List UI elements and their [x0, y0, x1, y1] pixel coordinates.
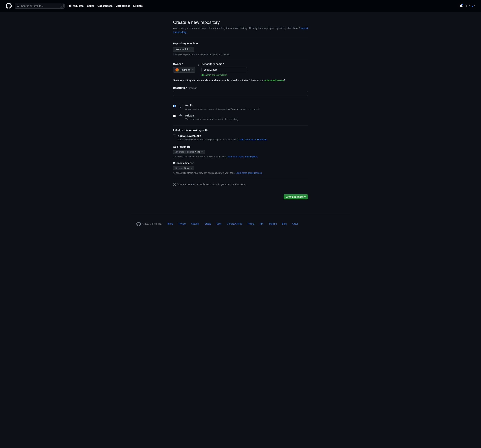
page-title: Create a new repository [173, 19, 308, 26]
footer-link-terms[interactable]: Terms [167, 222, 173, 225]
search-icon [17, 4, 20, 7]
plus-icon [465, 4, 468, 7]
repo-name-input[interactable] [202, 67, 247, 72]
license-hint: A license tells others what they can and… [173, 171, 308, 175]
owner-select[interactable]: Emilsone [173, 67, 195, 73]
github-logo-link[interactable] [6, 3, 12, 9]
license-select[interactable]: License: None [173, 166, 194, 170]
visibility-public-row: Public Anyone on the internet can see th… [173, 102, 308, 112]
caret-down-icon [201, 152, 203, 152]
gitignore-label: Add .gitignore [173, 145, 308, 149]
avatar-status-dot [472, 5, 473, 7]
visibility-public-radio[interactable] [173, 105, 176, 107]
user-menu-button[interactable] [473, 6, 475, 6]
readme-title: Add a README file [178, 134, 268, 138]
template-hint: Start your repository with a template re… [173, 53, 308, 56]
template-field: Repository template No template Start yo… [173, 42, 308, 56]
visibility-private-desc: You choose who can see and commit to thi… [185, 118, 239, 121]
main-content: Create a new repository A repository con… [170, 19, 311, 199]
readme-desc: This is where you can write a long descr… [178, 138, 268, 141]
nav-pull-requests[interactable]: Pull requests [68, 4, 83, 8]
nav-marketplace[interactable]: Marketplace [115, 4, 130, 8]
footer-link-security[interactable]: Security [191, 222, 199, 225]
slash-separator: / [198, 63, 199, 69]
visibility-public-body: Public Anyone on the internet can see th… [185, 104, 260, 111]
owner-label: Owner * [173, 62, 195, 66]
license-label: Choose a license [173, 161, 308, 165]
gitignore-hint: Choose which files not to track from a l… [173, 155, 308, 158]
footer-link-api[interactable]: API [260, 222, 263, 225]
repo-name-field: Repository name * coderz-app is availabl… [202, 62, 247, 77]
caret-down-icon [474, 6, 475, 6]
license-learn-link[interactable]: Learn more about licenses. [236, 172, 263, 174]
initialize-heading: Initialize this repository with: [173, 128, 308, 132]
github-logo-icon [6, 3, 12, 9]
visibility-private-title: Private [185, 114, 239, 118]
main-nav: Pull requests Issues Codespaces Marketpl… [68, 4, 143, 8]
visibility-private-row: Private You choose who can see and commi… [173, 112, 308, 122]
owner-name-row: Owner * Emilsone / Repository name * cod… [173, 62, 308, 77]
template-select[interactable]: No template [173, 46, 194, 52]
visibility-private-body: Private You choose who can see and commi… [185, 114, 239, 121]
github-logo-icon [136, 222, 141, 226]
nav-explore[interactable]: Explore [133, 4, 143, 8]
info-banner: You are creating a public repository in … [173, 181, 308, 188]
footer-link-contact[interactable]: Contact GitHub [227, 222, 242, 225]
readme-learn-link[interactable]: Learn more about READMEs. [239, 138, 268, 141]
readme-checkbox[interactable] [173, 134, 176, 137]
check-circle-icon [202, 74, 204, 76]
caret-down-icon [190, 49, 192, 50]
footer-link-privacy[interactable]: Privacy [179, 222, 186, 225]
caret-down-icon [469, 6, 470, 6]
create-repository-button[interactable]: Create repository [284, 194, 308, 199]
footer-link-docs[interactable]: Docs [217, 222, 221, 225]
notifications-button[interactable] [460, 4, 463, 7]
gitignore-select[interactable]: .gitignore template: None [173, 150, 205, 154]
gitignore-learn-link[interactable]: Learn more about ignoring files. [227, 155, 258, 158]
suggested-name-link[interactable]: animated-meme [264, 79, 284, 82]
initialize-section: Initialize this repository with: Add a R… [173, 128, 308, 142]
search-bar[interactable]: / [15, 3, 65, 9]
license-field: Choose a license License: None A license… [173, 161, 308, 175]
footer-link-status[interactable]: Status [205, 222, 211, 225]
footer-link-training[interactable]: Training [269, 222, 277, 225]
search-input[interactable] [20, 3, 60, 8]
description-label: Description (optional) [173, 86, 308, 90]
header-right [460, 4, 475, 7]
visibility-public-title: Public [185, 104, 260, 108]
nav-codespaces[interactable]: Codespaces [98, 4, 113, 8]
footer: © 2023 GitHub, Inc. Terms Privacy Securi… [130, 214, 351, 233]
footer-link-blog[interactable]: Blog [282, 222, 286, 225]
notification-dot [462, 4, 463, 6]
readme-row: Add a README file This is where you can … [173, 133, 308, 142]
form-actions: Create repository [173, 194, 308, 199]
global-header: / Pull requests Issues Codespaces Market… [0, 0, 481, 12]
repo-name-label: Repository name * [202, 62, 247, 66]
owner-field: Owner * Emilsone [173, 62, 195, 73]
page-subtitle: A repository contains all project files,… [173, 26, 308, 34]
gitignore-field: Add .gitignore .gitignore template: None… [173, 145, 308, 158]
search-shortcut-key: / [60, 4, 64, 8]
footer-link-pricing[interactable]: Pricing [248, 222, 254, 225]
visibility-public-desc: Anyone on the internet can see this repo… [185, 108, 260, 111]
lock-icon [178, 114, 183, 118]
footer-copyright: © 2023 GitHub, Inc. [136, 222, 162, 226]
template-label: Repository template [173, 42, 308, 46]
footer-link-about[interactable]: About [292, 222, 298, 225]
owner-avatar [175, 68, 179, 71]
info-icon [173, 183, 176, 186]
nav-issues[interactable]: Issues [87, 4, 95, 8]
name-suggestion: Great repository names are short and mem… [173, 78, 308, 82]
caret-down-icon [191, 168, 192, 169]
caret-down-icon [192, 70, 193, 70]
repo-icon [178, 104, 183, 108]
repo-name-available: coderz-app is available. [202, 73, 247, 77]
create-menu-button[interactable] [465, 4, 470, 7]
description-field: Description (optional) [173, 86, 308, 96]
footer-links: Terms Privacy Security Status Docs Conta… [167, 222, 298, 225]
visibility-private-radio[interactable] [173, 115, 176, 117]
description-input[interactable] [173, 91, 308, 96]
